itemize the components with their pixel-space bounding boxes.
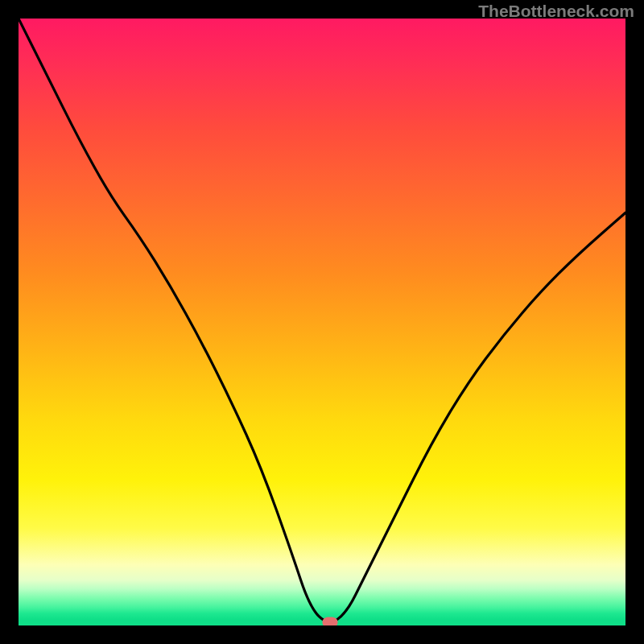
plot-area [19, 19, 625, 625]
optimal-point-marker [322, 617, 337, 625]
chart-frame: TheBottleneck.com [0, 0, 644, 644]
watermark-text: TheBottleneck.com [478, 2, 634, 21]
bottleneck-curve [19, 19, 625, 625]
curve-path [19, 19, 625, 621]
